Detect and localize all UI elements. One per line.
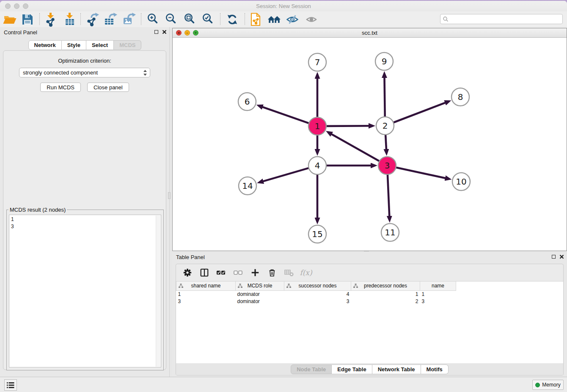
tab-network[interactable]: Network (28, 40, 62, 50)
close-panel-icon[interactable] (162, 30, 167, 34)
new-network-from-selection-icon[interactable] (248, 12, 263, 27)
optimization-criterion-label: Optimization criterion: (3, 58, 166, 64)
column-header-mcds-role[interactable]: MCDS role (236, 282, 284, 290)
toolbar-separator (245, 13, 245, 25)
node-table-grid: shared name MCDS role successor nodes pr… (176, 282, 456, 305)
control-panel-title: Control Panel (4, 29, 37, 36)
network-canvas-svg[interactable]: 1234678910111415 (173, 38, 567, 251)
show-all-icon[interactable] (304, 12, 319, 27)
add-row-icon[interactable] (250, 267, 261, 278)
table-row[interactable]: 1 dominator 4 1 1 (176, 290, 456, 298)
graph-edge-2-8[interactable] (394, 101, 449, 122)
split-divider[interactable] (169, 27, 170, 377)
criterion-value: strongly connected component (23, 69, 98, 76)
function-builder-icon: f(x) (300, 267, 311, 278)
tab-network-table[interactable]: Network Table (372, 364, 421, 374)
graph-node-label-2: 2 (383, 121, 388, 131)
graph-node-label-11: 11 (385, 227, 395, 237)
table-row[interactable]: 3 dominator 3 2 3 (176, 298, 456, 305)
window-title: Session: New Session (0, 1, 567, 11)
zoom-in-icon[interactable] (146, 12, 160, 27)
save-session-icon[interactable] (20, 12, 35, 27)
toolbar-separator (39, 13, 40, 25)
open-session-icon[interactable] (3, 12, 17, 27)
delete-row-icon[interactable] (267, 267, 278, 278)
export-network-icon[interactable] (85, 12, 99, 27)
hide-selected-icon[interactable] (285, 12, 300, 27)
result-scrollbar[interactable] (156, 215, 160, 367)
network-frame-titlebar[interactable]: ✕ − + scc.txt (173, 28, 567, 38)
task-history-button[interactable] (4, 379, 17, 391)
tab-node-table[interactable]: Node Table (291, 364, 332, 374)
memory-button[interactable]: Memory (532, 380, 564, 390)
list-icon (6, 381, 15, 389)
status-bar: Memory (0, 377, 567, 392)
close-panel-icon[interactable] (559, 254, 564, 259)
graph-node-label-10: 10 (456, 177, 466, 187)
column-header-successor-nodes[interactable]: successor nodes (284, 282, 351, 290)
toolbar-separator (220, 13, 220, 25)
chevron-up-down-icon (143, 69, 147, 77)
tab-select[interactable]: Select (86, 40, 114, 50)
run-mcds-button[interactable]: Run MCDS (40, 83, 81, 92)
toolbar-separator (141, 13, 141, 25)
float-panel-icon[interactable] (552, 255, 556, 259)
zoom-out-icon[interactable] (164, 12, 179, 27)
import-table-icon[interactable] (63, 12, 77, 27)
graph-node-label-15: 15 (312, 229, 322, 239)
refresh-styles-icon[interactable] (225, 12, 239, 27)
memory-status-icon (535, 383, 540, 387)
graph-edge-2-9[interactable] (384, 74, 385, 117)
column-header-name[interactable]: name (420, 282, 456, 290)
graph-edge-1-6[interactable] (259, 106, 309, 124)
table-panel-title: Table Panel (176, 254, 205, 260)
first-neighbors-icon[interactable] (267, 12, 281, 27)
delete-table-icon (284, 267, 295, 278)
tab-style[interactable]: Style (62, 40, 86, 50)
column-header-predecessor-nodes[interactable]: predecessor nodes (351, 282, 420, 290)
tab-mcds[interactable]: MCDS (114, 40, 141, 50)
graph-node-label-3: 3 (385, 160, 390, 171)
graph-node-label-6: 6 (245, 97, 250, 107)
tab-edge-table[interactable]: Edge Table (332, 364, 372, 374)
table-toolbar: f(x) (176, 264, 563, 281)
zoom-selected-icon[interactable] (201, 12, 215, 27)
import-network-icon[interactable] (44, 12, 58, 27)
graph-node-label-8: 8 (458, 92, 463, 102)
zoom-fit-icon[interactable] (183, 12, 197, 27)
table-tabs: Node Table Edge Table Network Table Moti… (176, 363, 563, 375)
graph-edge-1-2[interactable] (326, 126, 373, 126)
column-header-shared-name[interactable]: shared name (176, 282, 236, 290)
memory-label: Memory (542, 382, 560, 388)
table-panel: Table Panel (172, 252, 567, 377)
settings-gear-icon[interactable] (182, 267, 193, 278)
titlebar: Session: New Session (0, 1, 567, 11)
mcds-result-list[interactable]: 1 3 (9, 215, 161, 367)
graph-edge-3-11[interactable] (388, 174, 390, 220)
graph-edge-4-14[interactable] (259, 168, 309, 182)
close-panel-button[interactable]: Close panel (87, 83, 129, 92)
network-frame-title: scc.txt (173, 28, 567, 38)
deselect-all-icon[interactable] (233, 267, 244, 278)
mcds-result-line: 1 (11, 216, 159, 223)
toolbar-separator (80, 13, 81, 25)
graph-edge-3-10[interactable] (396, 167, 449, 179)
split-divider-grip[interactable] (168, 192, 171, 199)
table-panel-header: Table Panel (172, 252, 567, 263)
network-canvas[interactable]: 1234678910111415 (173, 38, 567, 251)
export-table-icon[interactable] (103, 12, 118, 27)
graph-edge-3-1[interactable] (328, 132, 379, 161)
search-input[interactable] (449, 15, 562, 23)
search-field[interactable] (440, 14, 563, 24)
control-panel-header: Control Panel (0, 27, 170, 38)
export-image-icon[interactable] (122, 12, 136, 27)
criterion-dropdown[interactable]: strongly connected component (19, 68, 150, 77)
app-window: Session: New Session (0, 1, 567, 392)
graph-edge-2-3[interactable] (385, 135, 386, 153)
show-columns-icon[interactable] (199, 267, 210, 278)
tab-motifs[interactable]: Motifs (421, 364, 449, 374)
node-table: shared name MCDS role successor nodes pr… (176, 281, 563, 363)
select-all-icon[interactable] (216, 267, 227, 278)
search-icon (443, 16, 449, 22)
float-panel-icon[interactable] (154, 30, 158, 34)
